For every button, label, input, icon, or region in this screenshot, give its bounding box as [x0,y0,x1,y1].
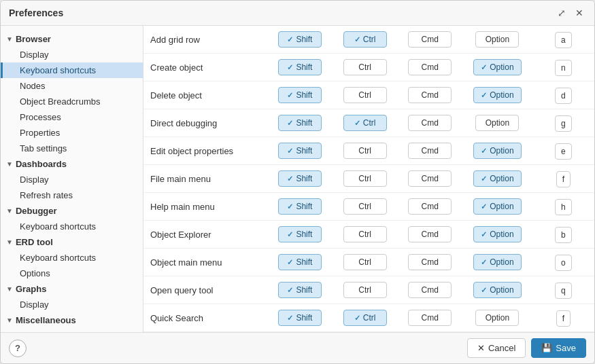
sidebar-item-refresh-rates[interactable]: Refresh rates [1,187,143,203]
help-button[interactable]: ? [9,340,27,357]
chevron-icon: ▼ [6,285,13,293]
shift-key-cell: ✓ Shift [267,165,333,193]
shift-key-cell: ✓ Shift [267,221,333,249]
ctrl-button[interactable]: Ctrl [343,282,387,298]
sidebar-item-keyboard-shortcuts[interactable]: Keyboard shortcuts [1,250,143,266]
ctrl-key-cell: Ctrl [333,54,398,81]
key-letter-cell: d [532,81,594,109]
shortcut-name: Add grid row [143,26,267,54]
cmd-button[interactable]: Cmd [408,143,452,159]
cmd-button[interactable]: Cmd [408,226,452,242]
ctrl-button[interactable]: Ctrl [343,254,387,270]
expand-button[interactable]: ⤢ [555,6,568,20]
option-button[interactable]: ✓ Option [473,170,521,187]
option-button[interactable]: ✓ Option [473,59,521,75]
ctrl-key-cell: Ctrl [333,137,398,165]
shift-button[interactable]: ✓ Shift [278,31,322,48]
sidebar-item-options[interactable]: Options [1,266,143,281]
save-button[interactable]: 💾 Save [531,338,586,358]
shortcut-name: Delete object [143,81,267,109]
sidebar-section-erd-tool[interactable]: ▼ERD tool [1,234,143,250]
option-button[interactable]: ✓ Option [473,226,521,242]
check-icon: ✓ [354,314,360,323]
check-icon: ✓ [287,119,293,128]
shift-button[interactable]: ✓ Shift [278,170,322,187]
cmd-button[interactable]: Cmd [408,115,452,131]
option-key-cell: ✓ Option [462,54,532,81]
option-button[interactable]: Option [475,115,519,131]
shift-key-cell: ✓ Shift [267,54,333,81]
dialog-body: ▼BrowserDisplayKeyboard shortcutsNodesOb… [1,26,594,332]
key-letter-cell: h [532,193,594,221]
cmd-button[interactable]: Cmd [408,282,452,298]
cmd-button[interactable]: Cmd [408,31,452,48]
ctrl-button[interactable]: Ctrl [343,170,387,187]
sidebar-item-object-breadcrumbs[interactable]: Object Breadcrumbs [1,94,143,109]
option-button[interactable]: ✓ Option [473,254,521,270]
ctrl-button[interactable]: ✓ Ctrl [343,115,387,131]
cmd-button[interactable]: Cmd [408,254,452,270]
ctrl-key-cell: Ctrl [333,193,398,221]
sidebar-section-dashboards[interactable]: ▼Dashboards [1,156,143,172]
cmd-button[interactable]: Cmd [408,198,452,215]
ctrl-button[interactable]: Ctrl [343,143,387,159]
key-letter: g [555,115,572,132]
option-button[interactable]: ✓ Option [473,282,521,298]
cmd-button[interactable]: Cmd [408,87,452,103]
ctrl-button[interactable]: ✓ Ctrl [343,310,387,326]
sidebar-item-display[interactable]: Display [1,172,143,187]
sidebar-item-display[interactable]: Display [1,47,143,62]
sidebar-item-keyboard-shortcuts[interactable]: Keyboard shortcuts [1,62,143,78]
sidebar-item-keyboard-shortcuts[interactable]: Keyboard shortcuts [1,219,143,234]
option-button[interactable]: ✓ Option [473,143,521,159]
shortcut-name: File main menu [143,165,267,193]
ctrl-button[interactable]: Ctrl [343,59,387,75]
shortcut-name: Edit object properties [143,137,267,165]
shortcut-name: Direct debugging [143,109,267,137]
cmd-button[interactable]: Cmd [408,170,452,187]
option-button[interactable]: Option [475,31,519,48]
ctrl-button[interactable]: ✓ Ctrl [343,31,387,48]
shift-button[interactable]: ✓ Shift [278,198,322,215]
shift-button[interactable]: ✓ Shift [278,226,322,242]
check-icon: ✓ [481,91,487,100]
shift-button[interactable]: ✓ Shift [278,143,322,159]
sidebar-section-miscellaneous[interactable]: ▼Miscellaneous [1,312,143,328]
sidebar-item-processes[interactable]: Processes [1,109,143,125]
close-button[interactable]: ✕ [573,6,586,20]
sidebar-item-display[interactable]: Display [1,297,143,312]
table-row: File main menu✓ ShiftCtrlCmd✓ Optionf [143,165,594,193]
cmd-button[interactable]: Cmd [408,59,452,75]
option-button[interactable]: ✓ Option [473,87,521,103]
shift-button[interactable]: ✓ Shift [278,59,322,75]
cancel-icon: ✕ [477,343,485,353]
option-button[interactable]: Option [475,310,519,326]
shift-button[interactable]: ✓ Shift [278,282,322,298]
shift-button[interactable]: ✓ Shift [278,254,322,270]
cmd-button[interactable]: Cmd [408,310,452,326]
sidebar-section-browser[interactable]: ▼Browser [1,31,143,47]
shift-button[interactable]: ✓ Shift [278,87,322,103]
shift-button[interactable]: ✓ Shift [278,115,322,131]
sidebar-section-graphs[interactable]: ▼Graphs [1,281,143,297]
ctrl-button[interactable]: Ctrl [343,198,387,215]
check-icon: ✓ [481,63,487,72]
ctrl-key-cell: Ctrl [333,276,398,304]
shift-button[interactable]: ✓ Shift [278,310,322,326]
sidebar-item-tab-settings[interactable]: Tab settings [1,141,143,156]
ctrl-button[interactable]: Ctrl [343,226,387,242]
sidebar-item-properties[interactable]: Properties [1,125,143,141]
ctrl-button[interactable]: Ctrl [343,87,387,103]
ctrl-key-cell: Ctrl [333,165,398,193]
cancel-button[interactable]: ✕ Cancel [467,338,526,358]
chevron-icon: ▼ [6,316,13,324]
preferences-dialog: Preferences ⤢ ✕ ▼BrowserDisplayKeyboard … [0,0,595,364]
sidebar-item-nodes[interactable]: Nodes [1,78,143,94]
option-button[interactable]: ✓ Option [473,198,521,215]
save-icon: 💾 [541,343,552,353]
table-row: Add grid row✓ Shift✓ CtrlCmdOptiona [143,26,594,54]
key-letter-cell: e [532,137,594,165]
sidebar-section-debugger[interactable]: ▼Debugger [1,203,143,219]
option-key-cell: ✓ Option [462,165,532,193]
save-label: Save [556,343,576,353]
